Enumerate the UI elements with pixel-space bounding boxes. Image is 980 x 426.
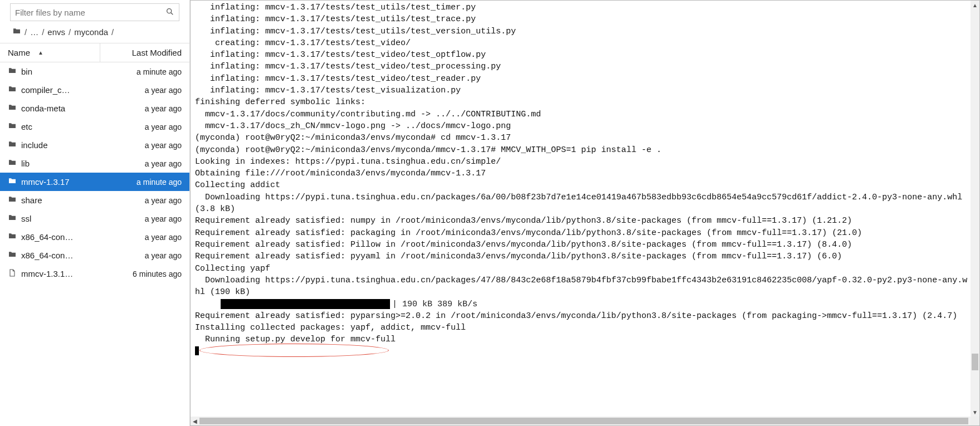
file-name: include xyxy=(21,140,98,150)
file-name: x86_64-con… xyxy=(21,251,98,260)
file-name: compiler_c… xyxy=(21,85,98,95)
folder-icon xyxy=(8,232,21,242)
folder-icon xyxy=(8,121,21,132)
file-modified: a year ago xyxy=(98,104,182,113)
terminal-text: Requirement already satisfied: pyparsing… xyxy=(195,310,968,346)
hscroll-thumb[interactable] xyxy=(199,418,968,424)
file-row[interactable]: mmcv-1.3.1…6 minutes ago xyxy=(0,265,189,283)
breadcrumb: / … / envs / myconda / xyxy=(0,25,189,43)
vscroll-track[interactable] xyxy=(971,9,979,408)
file-row[interactable]: x86_64-con…a year ago xyxy=(0,228,189,246)
folder-icon xyxy=(8,213,21,224)
svg-point-0 xyxy=(167,8,172,13)
file-name: conda-meta xyxy=(21,104,98,113)
breadcrumb-sep: / xyxy=(25,27,27,37)
breadcrumb-sep: / xyxy=(69,27,71,37)
breadcrumb-part[interactable]: … xyxy=(30,27,38,37)
folder-icon xyxy=(8,85,21,95)
file-row[interactable]: x86_64-con…a year ago xyxy=(0,246,189,265)
vscroll-thumb[interactable] xyxy=(972,354,978,370)
file-name: mmcv-1.3.1… xyxy=(21,269,98,278)
scroll-corner xyxy=(971,417,979,425)
folder-icon xyxy=(8,140,21,150)
svg-line-1 xyxy=(171,12,173,14)
file-row[interactable]: includea year ago xyxy=(0,136,189,154)
file-modified: a year ago xyxy=(98,233,182,242)
file-modified: 6 minutes ago xyxy=(98,270,182,278)
search-icon xyxy=(165,7,174,18)
file-name: x86_64-con… xyxy=(21,232,98,242)
filter-wrap xyxy=(0,0,189,25)
file-modified: a year ago xyxy=(98,141,182,150)
hscroll-track[interactable] xyxy=(199,417,962,425)
breadcrumb-sep: / xyxy=(42,27,44,37)
file-modified: a year ago xyxy=(98,251,182,260)
folder-icon xyxy=(8,66,21,77)
file-row[interactable]: compiler_c…a year ago xyxy=(0,81,189,99)
file-modified: a minute ago xyxy=(98,67,182,76)
file-browser-panel: / … / envs / myconda / Name ▲ Last Modif… xyxy=(0,0,190,426)
sort-caret-icon: ▲ xyxy=(38,50,43,56)
filter-box xyxy=(10,3,179,21)
folder-icon[interactable] xyxy=(12,27,21,37)
progress-label: | 190 kB 389 kB/s xyxy=(392,300,477,309)
file-name: ssl xyxy=(21,214,98,223)
terminal-text: inflating: mmcv-1.3.17/tests/test_utils/… xyxy=(195,2,968,298)
breadcrumb-part[interactable]: envs xyxy=(47,27,65,37)
scroll-up-icon[interactable]: ▲ xyxy=(971,1,979,9)
horizontal-scrollbar[interactable]: ◀ ▶ xyxy=(191,417,971,425)
file-icon xyxy=(8,268,21,279)
file-list[interactable]: bina minute agocompiler_c…a year agocond… xyxy=(0,62,189,426)
scroll-down-icon[interactable]: ▼ xyxy=(971,408,979,417)
column-header-modified[interactable]: Last Modified xyxy=(100,43,189,62)
file-row[interactable]: liba year ago xyxy=(0,154,189,173)
file-name: etc xyxy=(21,122,98,131)
file-modified: a year ago xyxy=(98,196,182,205)
folder-icon xyxy=(8,195,21,205)
terminal-output[interactable]: inflating: mmcv-1.3.17/tests/test_utils/… xyxy=(191,1,971,417)
file-row[interactable]: mmcv-1.3.17a minute ago xyxy=(0,173,189,191)
file-modified: a minute ago xyxy=(98,178,182,187)
breadcrumb-part[interactable]: myconda xyxy=(74,27,108,37)
file-name: mmcv-1.3.17 xyxy=(21,177,98,187)
terminal-cursor xyxy=(195,346,199,355)
terminal-panel: inflating: mmcv-1.3.17/tests/test_utils/… xyxy=(190,0,980,426)
column-header-name[interactable]: Name ▲ xyxy=(0,43,100,62)
breadcrumb-sep: / xyxy=(111,27,114,37)
file-modified: a year ago xyxy=(98,159,182,168)
file-modified: a year ago xyxy=(98,214,182,223)
filter-input[interactable] xyxy=(15,8,165,17)
file-modified: a year ago xyxy=(98,86,182,95)
column-headers: Name ▲ Last Modified xyxy=(0,43,189,62)
folder-icon xyxy=(8,103,21,114)
column-header-name-label: Name xyxy=(8,48,30,57)
file-row[interactable]: sharea year ago xyxy=(0,191,189,209)
folder-icon xyxy=(8,250,21,261)
file-name: lib xyxy=(21,159,98,168)
file-name: bin xyxy=(21,67,98,76)
vertical-scrollbar[interactable]: ▲ ▼ xyxy=(971,1,979,417)
file-modified: a year ago xyxy=(98,123,182,131)
folder-icon xyxy=(8,177,21,187)
progress-line: | 190 kB 389 kB/s xyxy=(195,298,968,310)
progress-bar xyxy=(221,299,390,309)
scroll-left-icon[interactable]: ◀ xyxy=(191,417,199,425)
file-row[interactable]: bina minute ago xyxy=(0,62,189,81)
folder-icon xyxy=(8,158,21,169)
file-row[interactable]: ssla year ago xyxy=(0,209,189,228)
file-row[interactable]: etca year ago xyxy=(0,117,189,136)
file-name: share xyxy=(21,195,98,205)
file-row[interactable]: conda-metaa year ago xyxy=(0,99,189,117)
